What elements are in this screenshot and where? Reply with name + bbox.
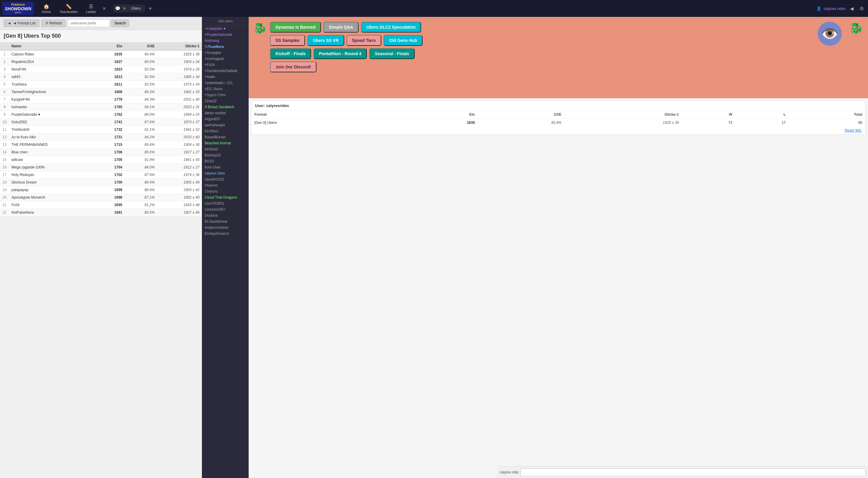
table-row[interactable]: 16 Mega zygarde-100% 1704 84.0% 1812 ± 2… <box>0 164 202 171</box>
table-row[interactable]: 11 TheNoob3r 1732 91.1% 1941 ± 52 <box>0 126 202 133</box>
table-row[interactable]: 1 Calyrex Rides 1835 90.4% 1925 ± 39 <box>0 50 202 58</box>
table-row[interactable]: 18 Glorious Dream 1700 89.4% 1905 ± 49 <box>0 179 202 186</box>
room-tag-button[interactable]: Old Gens Hub <box>384 35 423 46</box>
ladder-table-wrap[interactable]: Name Elo GXE Glicko-1 1 Calyrex Rides 18… <box>0 42 202 478</box>
discord-button[interactable]: Join Our Discord! <box>270 62 316 72</box>
room-tag-button[interactable]: Speed Tiers <box>347 35 381 46</box>
ladder-close-button[interactable]: ✕ <box>101 5 107 11</box>
list-item[interactable]: Argon657 <box>202 116 249 122</box>
list-item[interactable]: +Gardevoir&Gallade <box>202 68 249 74</box>
table-row[interactable]: 7 KyogreF4N 1779 94.3% 2031 ± 40 <box>0 96 202 103</box>
users-panel[interactable]: 163 users ~Catalystic ♥+PurpleGatorade%s… <box>202 17 249 478</box>
table-row[interactable]: 10 Golu2002 1741 87.6% 1870 ± 37 <box>0 119 202 126</box>
list-item[interactable]: Charuru <box>202 188 249 194</box>
home-nav-button[interactable]: 🏠 Home <box>37 2 56 15</box>
list-item[interactable]: chanmo <box>202 182 249 188</box>
refresh-button[interactable]: ↺ Refresh <box>41 19 66 27</box>
list-item[interactable]: Enriquel1earce <box>202 230 249 236</box>
list-item[interactable]: calyrex rides <box>202 170 249 176</box>
volume-button[interactable]: ◀ <box>848 4 855 13</box>
room-tag-button[interactable]: Seasonal - Finals <box>369 48 414 59</box>
list-item[interactable]: +PurpleGatorade <box>202 32 249 38</box>
table-row[interactable]: 15 willcow 1705 91.9% 1961 ± 50 <box>0 156 202 164</box>
table-row[interactable]: 6 TannerFrmHghschool 1806 88.3% 1882 ± 3… <box>0 88 202 96</box>
username-label[interactable]: calyrex rides <box>824 6 846 11</box>
name-cell: palapapop <box>9 186 97 194</box>
chat-input[interactable] <box>521 468 866 476</box>
table-row[interactable]: 9 PurpleGatorade ♥ 1762 89.0% 1894 ± 25 <box>0 111 202 119</box>
list-item[interactable]: emperorvolcan <box>202 225 249 230</box>
list-item[interactable]: b1chbo1 <box>202 128 249 134</box>
list-item[interactable]: bichboi2 <box>202 146 249 152</box>
room-tag-button[interactable]: Dynamax Is Banned <box>270 22 321 33</box>
name-cell: Ropalme1914 <box>9 58 97 66</box>
format-list-button[interactable]: ◄ ◄ Format List <box>4 19 39 27</box>
list-item[interactable]: +Fc04 <box>202 62 249 68</box>
table-row[interactable]: 4 xdhf3 1813 92.9% 1985 ± 34 <box>0 73 202 81</box>
list-item[interactable]: +Scrappie <box>202 50 249 56</box>
room-tag-button[interactable]: Ubers SS VR <box>307 35 344 46</box>
table-row[interactable]: 3 NoraF4N 1823 92.5% 1974 ± 29 <box>0 66 202 73</box>
list-item[interactable]: caustin1010 <box>202 176 249 182</box>
teambuilder-nav-button[interactable]: ✏️ Teambuilder <box>57 2 81 15</box>
list-item[interactable]: Cloud That Dragons <box>202 194 249 200</box>
list-item[interactable]: +EG Jhonx <box>202 86 249 92</box>
room-tag-button[interactable]: SS Samples <box>270 35 305 46</box>
table-row[interactable]: 21 Fc04 1695 91.2% 1943 ± 48 <box>0 201 202 209</box>
list-item[interactable]: alexis noobie <box>202 110 249 116</box>
ladder-title-text: [Gen 8] Ubers Top 500 <box>4 33 61 39</box>
list-item[interactable]: buni-chan <box>202 164 249 170</box>
elo-cell: 1762 <box>97 111 125 119</box>
room-tag-button[interactable]: Ubers DLC2 Speculation <box>361 22 421 33</box>
table-row[interactable]: 20 Apocalypse Monarch 1698 87.1% 1862 ± … <box>0 194 202 201</box>
add-tab-button[interactable]: + <box>146 5 155 12</box>
glicko-header: Glicko-1 <box>157 42 202 50</box>
table-row[interactable]: 8 icemaster 1765 94.1% 2023 ± 31 <box>0 103 202 111</box>
table-row[interactable]: 2 Ropalme1914 1827 89.5% 1904 ± 34 <box>0 58 202 66</box>
logo[interactable]: Pokémon SHOWDOWN BETA <box>2 2 34 15</box>
list-item[interactable]: Bisharp22 <box>202 152 249 158</box>
room-tag-button[interactable]: Kickoff - Finals <box>270 48 311 59</box>
home-icon: 🏠 <box>43 4 50 9</box>
list-item[interactable]: 22aa22 <box>202 98 249 104</box>
list-item[interactable]: A Bread Sandwich <box>202 104 249 110</box>
table-row[interactable]: 19 palapapop 1699 88.9% 1893 ± 42 <box>0 186 202 194</box>
list-item[interactable]: +Spyro Chris <box>202 92 249 98</box>
table-row[interactable]: 17 Holy Reduyan 1702 87.9% 1874 ± 36 <box>0 171 202 179</box>
list-item[interactable]: +pokeblade☆101 <box>202 80 249 86</box>
right-panel: 🐉 Dynamax Is BannedSimple Q&AUbers DLC2 … <box>249 17 868 478</box>
list-item[interactable]: BasedBurner <box>202 134 249 140</box>
table-row[interactable]: 14 Blue chen 1706 85.0% 1827 ± 27 <box>0 149 202 156</box>
list-item[interactable]: coco753951 <box>202 200 249 206</box>
rank-cell: 4 <box>0 73 9 81</box>
list-item[interactable]: coonom2357 <box>202 206 249 213</box>
table-row[interactable]: 22 NotFalseNora 1691 89.5% 1907 ± 46 <box>0 209 202 216</box>
search-button[interactable]: Search <box>111 19 129 27</box>
main-area: ◄ ◄ Format List ↺ Refresh Search [Gen 8]… <box>0 17 868 478</box>
settings-button[interactable]: ⚙ <box>858 4 866 13</box>
room-tag-button[interactable]: Pentathlon - Round 4 <box>313 48 367 59</box>
ladder-icon: ☰ <box>89 4 93 9</box>
list-item[interactable]: awrhahwajta <box>202 122 249 128</box>
table-row[interactable]: 13 THE PERMABANNED 1715 89.4% 1904 ± 36 <box>0 141 202 149</box>
room-tag-button[interactable]: Simple Q&A <box>323 22 359 33</box>
list-item[interactable]: +Nalei <box>202 74 249 80</box>
table-row[interactable]: 5 TrueNora 1811 92.5% 1975 ± 34 <box>0 81 202 88</box>
list-item[interactable]: Beached Animal <box>202 140 249 146</box>
table-row[interactable]: 12 Az to Kuro Alkz 1731 94.2% 2033 ± 60 <box>0 133 202 141</box>
list-item[interactable]: Bl153 <box>202 158 249 164</box>
stats-glicko: 1925 ± 39 <box>564 119 682 127</box>
elo-cell: 1779 <box>97 96 125 103</box>
list-item[interactable]: %TrueNora <box>202 44 249 50</box>
list-item[interactable]: Dockiva <box>202 213 249 219</box>
search-input[interactable] <box>67 19 110 27</box>
list-item[interactable]: ~Catalystic ♥ <box>202 26 249 32</box>
stats-header: User: calyrexrides <box>251 101 865 110</box>
list-item[interactable]: Dr.Sandshrew <box>202 219 249 225</box>
rank-cell: 21 <box>0 201 9 209</box>
list-item[interactable]: +cromagnet <box>202 56 249 62</box>
ubers-tab-close[interactable]: ✕ <box>121 5 127 11</box>
reset-wl-link[interactable]: Reset W/L <box>251 127 865 134</box>
ladder-nav-button[interactable]: ☰ Ladder <box>82 2 100 15</box>
list-item[interactable]: %shrang <box>202 38 249 44</box>
